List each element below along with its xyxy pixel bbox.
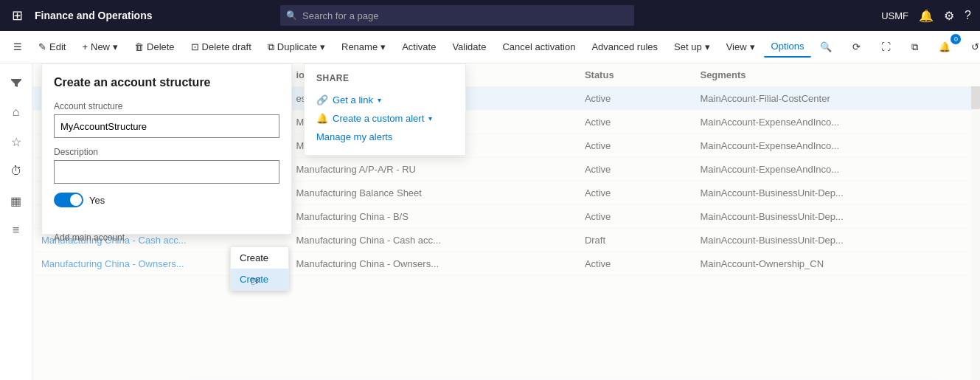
- account-structure-label: Account structure: [54, 101, 279, 111]
- account-structure-field: Account structure: [54, 101, 279, 138]
- link-icon: 🔗: [316, 94, 328, 106]
- description-label: Description: [54, 147, 279, 157]
- edit-icon: ✎: [38, 41, 46, 52]
- app-title: Finance and Operations: [35, 10, 152, 21]
- search-icon: 🔍: [286, 10, 297, 21]
- sidebar-item-recent[interactable]: ⏱: [3, 158, 29, 184]
- share-panel: SHARE 🔗 Get a link ▾ 🔔 Create a custom a…: [304, 63, 466, 156]
- command-bar: ☰ ✎ Edit + New ▾ 🗑 Delete ⊡ Delete draft…: [0, 31, 980, 63]
- manage-alerts-item[interactable]: Manage my alerts: [316, 128, 453, 146]
- delete-button[interactable]: 🗑 Delete: [127, 37, 182, 57]
- cancel-activation-button[interactable]: Cancel activation: [495, 37, 583, 57]
- menu-button[interactable]: ☰: [6, 37, 29, 57]
- sidebar-item-home[interactable]: ⌂: [3, 99, 29, 125]
- set-up-button[interactable]: Set up ▾: [667, 37, 717, 57]
- view-chevron-icon: ▾: [750, 41, 755, 52]
- new-button[interactable]: + New ▾: [74, 37, 125, 57]
- rename-button[interactable]: Rename ▾: [334, 37, 393, 57]
- add-main-account-label: Add main account: [54, 232, 125, 243]
- duplicate-button[interactable]: ⧉ Duplicate ▾: [260, 37, 333, 58]
- sidebar-item-filter[interactable]: [3, 69, 29, 96]
- get-link-chevron-icon: ▾: [378, 96, 381, 104]
- context-menu-create-first[interactable]: Create: [231, 247, 288, 269]
- duplicate-chevron-icon: ▾: [320, 41, 325, 52]
- share-title: SHARE: [316, 73, 453, 83]
- new-chevron-icon: ▾: [113, 41, 118, 52]
- copy-button[interactable]: ⧉: [904, 37, 925, 58]
- refresh-button[interactable]: ⟳: [845, 37, 868, 57]
- panel-title: Create an account structure: [54, 76, 279, 89]
- search-container: 🔍: [280, 5, 634, 26]
- search-input[interactable]: [280, 5, 634, 26]
- top-nav-right: USMF 🔔 ⚙ ?: [881, 9, 971, 23]
- edit-button[interactable]: ✎ Edit: [31, 37, 73, 57]
- add-main-account-toggle[interactable]: [54, 193, 83, 207]
- filter-search-button[interactable]: 🔍: [813, 37, 839, 57]
- account-structure-input[interactable]: [54, 114, 279, 138]
- validate-button[interactable]: Validate: [445, 37, 493, 57]
- create-alert-chevron-icon: ▾: [428, 114, 432, 122]
- sidebar-item-favorites[interactable]: ☆: [3, 128, 29, 155]
- delete-draft-icon: ⊡: [191, 41, 199, 52]
- settings-icon[interactable]: ⚙: [944, 9, 954, 23]
- rename-chevron-icon: ▾: [380, 41, 386, 52]
- waffle-icon[interactable]: ⊞: [9, 4, 26, 27]
- view-button[interactable]: View ▾: [719, 37, 762, 57]
- toggle-yes-label: Yes: [89, 195, 105, 206]
- sidebar-item-workspaces[interactable]: ▦: [3, 187, 29, 214]
- bell-icon[interactable]: 🔔: [919, 9, 934, 23]
- add-main-account-row: Yes: [54, 193, 279, 207]
- create-alert-item[interactable]: 🔔 Create a custom alert ▾: [316, 109, 453, 128]
- new-icon: +: [82, 41, 88, 52]
- delete-draft-button[interactable]: ⊡ Delete draft: [184, 37, 259, 57]
- notification-badge: 0: [951, 34, 961, 44]
- advanced-rules-button[interactable]: Advanced rules: [584, 37, 665, 57]
- alert-icon: 🔔: [316, 113, 328, 124]
- fullscreen-button[interactable]: ⛶: [874, 37, 898, 57]
- reset-button[interactable]: ↺: [964, 37, 980, 57]
- sidebar-item-modules[interactable]: ≡: [3, 217, 29, 243]
- activate-button[interactable]: Activate: [395, 37, 443, 57]
- description-input[interactable]: [54, 160, 279, 184]
- duplicate-icon: ⧉: [268, 41, 274, 53]
- get-link-item[interactable]: 🔗 Get a link ▾: [316, 91, 453, 109]
- top-navigation: ⊞ Finance and Operations 🔍 USMF 🔔 ⚙ ?: [0, 0, 980, 31]
- description-field: Description: [54, 147, 279, 184]
- main-content: ion Status Segments Brasilestrutura do p…: [32, 63, 980, 380]
- create-account-structure-panel: Create an account structure Account stru…: [41, 63, 292, 235]
- user-label[interactable]: USMF: [881, 10, 908, 21]
- options-button[interactable]: Options: [764, 36, 812, 58]
- delete-icon: 🗑: [134, 41, 144, 52]
- setup-chevron-icon: ▾: [705, 41, 710, 52]
- left-sidebar: ⌂ ☆ ⏱ ▦ ≡: [0, 63, 32, 380]
- help-icon[interactable]: ?: [965, 9, 971, 22]
- menu-icon: ☰: [13, 41, 22, 52]
